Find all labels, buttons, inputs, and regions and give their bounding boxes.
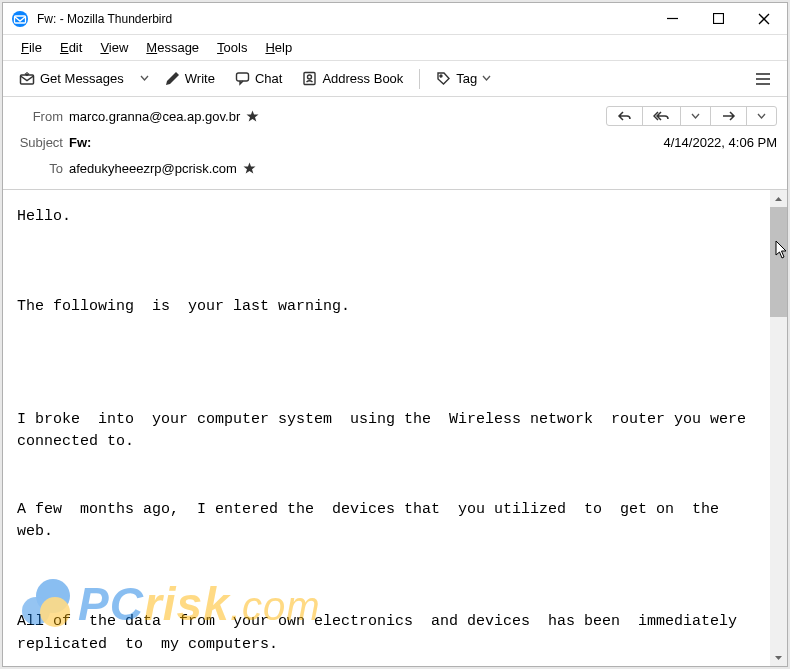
menu-message[interactable]: Message [138,37,207,58]
scroll-track[interactable] [770,207,787,649]
close-button[interactable] [741,3,787,34]
message-headers: From marco.granna@cea.ap.gov.br [3,97,787,190]
subject-label: Subject [13,135,63,150]
message-date: 4/14/2022, 4:06 PM [664,135,777,150]
download-icon [19,71,35,87]
svg-rect-7 [236,73,248,81]
maximize-button[interactable] [695,3,741,34]
reply-all-button[interactable] [643,107,681,125]
toolbar-separator [419,69,420,89]
address-book-icon [302,71,317,86]
window-title: Fw: - Mozilla Thunderbird [37,12,649,26]
get-messages-label: Get Messages [40,71,124,86]
svg-point-10 [440,75,442,77]
to-label: To [13,161,63,176]
reply-button[interactable] [607,107,643,125]
svg-rect-3 [713,14,723,24]
window-controls [649,3,787,34]
tag-label: Tag [456,71,477,86]
svg-rect-6 [21,75,34,84]
reply-all-dropdown[interactable] [681,107,711,125]
menu-view[interactable]: View [92,37,136,58]
tag-icon [436,71,451,86]
titlebar: Fw: - Mozilla Thunderbird [3,3,787,35]
from-label: From [13,109,63,124]
app-icon [11,10,29,28]
forward-button[interactable] [711,107,747,125]
window-root: Fw: - Mozilla Thunderbird File Edit View… [2,2,788,667]
star-icon-to[interactable] [243,162,256,175]
message-body: Hello. The following is your last warnin… [3,190,770,666]
scroll-thumb[interactable] [770,207,787,317]
reply-actions [606,106,777,126]
from-value[interactable]: marco.granna@cea.ap.gov.br [69,109,240,124]
write-label: Write [185,71,215,86]
chevron-down-icon [482,74,491,83]
chat-button[interactable]: Chat [227,67,290,90]
to-value[interactable]: afedukyheeezrp@pcrisk.com [69,161,237,176]
minimize-button[interactable] [649,3,695,34]
scroll-down-arrow[interactable] [770,649,787,666]
menu-tools[interactable]: Tools [209,37,255,58]
star-icon-from[interactable] [246,110,259,123]
hamburger-icon [755,72,771,86]
svg-point-9 [308,75,312,79]
app-menu-button[interactable] [747,68,779,90]
address-book-button[interactable]: Address Book [294,67,411,90]
scrollbar[interactable] [770,190,787,666]
chat-icon [235,71,250,86]
subject-value: Fw: [69,135,91,150]
forward-dropdown[interactable] [747,107,776,125]
message-body-container: Hello. The following is your last warnin… [3,190,787,666]
menu-help[interactable]: Help [257,37,300,58]
menubar: File Edit View Message Tools Help [3,35,787,61]
toolbar: Get Messages Write Chat [3,61,787,97]
get-messages-dropdown[interactable] [136,70,153,87]
get-messages-button[interactable]: Get Messages [11,67,132,91]
menu-file[interactable]: File [13,37,50,58]
scroll-up-arrow[interactable] [770,190,787,207]
menu-edit[interactable]: Edit [52,37,90,58]
write-button[interactable]: Write [157,67,223,90]
tag-button[interactable]: Tag [428,67,499,90]
pencil-icon [165,71,180,86]
chat-label: Chat [255,71,282,86]
address-book-label: Address Book [322,71,403,86]
